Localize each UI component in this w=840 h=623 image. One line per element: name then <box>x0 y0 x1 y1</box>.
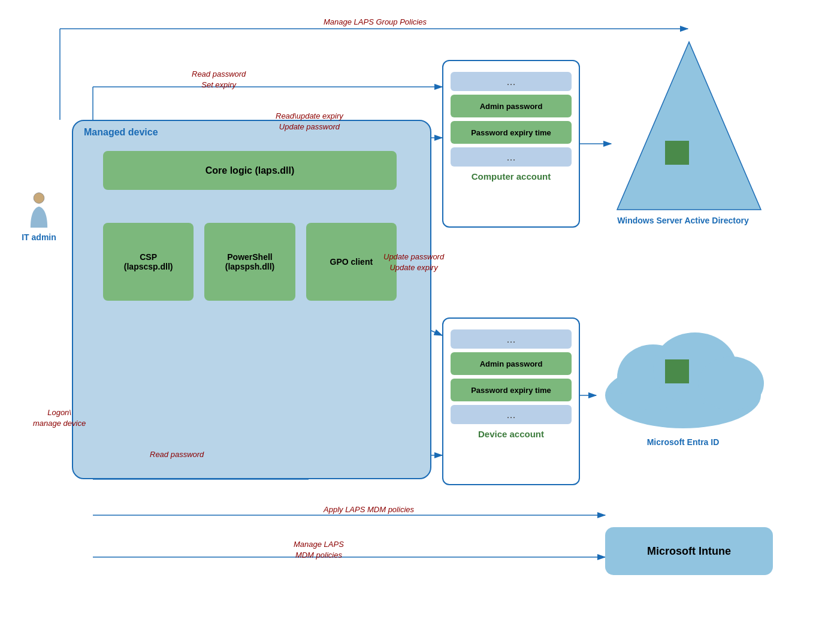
ad-label: Windows Server Active Directory <box>605 216 761 225</box>
ann-read-password-bottom: Read password <box>150 449 204 460</box>
svg-point-27 <box>698 356 764 410</box>
computer-account-label: Computer account <box>451 171 572 182</box>
entra-green-box <box>665 359 689 383</box>
sub-components-row: CSP(lapscsp.dll) PowerShell(lapspsh.dll)… <box>103 223 397 301</box>
computer-admin-password-label: Admin password <box>480 102 543 111</box>
core-logic-box: Core logic (laps.dll) <box>103 151 397 190</box>
device-password-expiry-row: Password expiry time <box>451 379 572 401</box>
csp-label: CSP(lapscsp.dll) <box>124 252 173 271</box>
ad-triangle-container <box>611 36 767 218</box>
powershell-component: PowerShell(lapspsh.dll) <box>204 223 295 301</box>
entra-label-text: Microsoft Entra ID <box>647 437 720 447</box>
ann-apply-laps-mdm: Apply LAPS MDM policies <box>324 504 414 515</box>
device-admin-password-label: Admin password <box>480 359 543 368</box>
computer-dots-bottom: ... <box>451 147 572 167</box>
gpo-label: GPO client <box>330 257 373 267</box>
entra-label: Microsoft Entra ID <box>599 437 767 447</box>
svg-point-22 <box>34 193 44 204</box>
device-dots-bottom: ... <box>451 405 572 424</box>
device-password-expiry-label: Password expiry time <box>471 386 551 395</box>
device-admin-password-row: Admin password <box>451 352 572 375</box>
device-account-label: Device account <box>451 429 572 439</box>
computer-admin-password-row: Admin password <box>451 95 572 117</box>
ann-update-password: Update passwordUpdate expiry <box>383 252 444 273</box>
intune-label: Microsoft Intune <box>647 545 731 558</box>
it-admin-icon <box>25 192 53 228</box>
it-admin: IT admin <box>18 192 60 242</box>
computer-dots-top: ... <box>451 72 572 91</box>
ann-manage-laps-gp: Manage LAPS Group Policies <box>324 17 427 28</box>
ann-manage-laps-mdm: Manage LAPSMDM policies <box>294 539 344 561</box>
ann-read-password-set-expiry: Read passwordSet expiry <box>192 69 246 90</box>
ad-label-text: Windows Server Active Directory <box>617 216 749 225</box>
ann-logon-manage: Logon\manage device <box>33 407 86 429</box>
managed-device-box: Managed device Core logic (laps.dll) CSP… <box>72 120 431 479</box>
ad-green-box <box>665 141 689 165</box>
intune-box: Microsoft Intune <box>605 527 773 575</box>
device-dots-top: ... <box>451 329 572 349</box>
diagram-container: IT admin Managed device Core logic (laps… <box>0 0 840 623</box>
managed-device-label: Managed device <box>84 127 158 138</box>
svg-marker-23 <box>617 42 761 210</box>
computer-password-expiry-row: Password expiry time <box>451 121 572 144</box>
core-logic-label: Core logic (laps.dll) <box>206 165 294 176</box>
ad-triangle-svg <box>611 36 767 216</box>
ann-read-update-expiry: Read\update expiryUpdate password <box>276 111 343 132</box>
computer-password-expiry-label: Password expiry time <box>471 128 551 137</box>
computer-account-box: ... Admin password Password expiry time … <box>442 60 580 228</box>
device-account-box: ... Admin password Password expiry time … <box>442 317 580 485</box>
csp-component: CSP(lapscsp.dll) <box>103 223 194 301</box>
powershell-label: PowerShell(lapspsh.dll) <box>225 252 274 271</box>
it-admin-label: IT admin <box>18 232 60 242</box>
